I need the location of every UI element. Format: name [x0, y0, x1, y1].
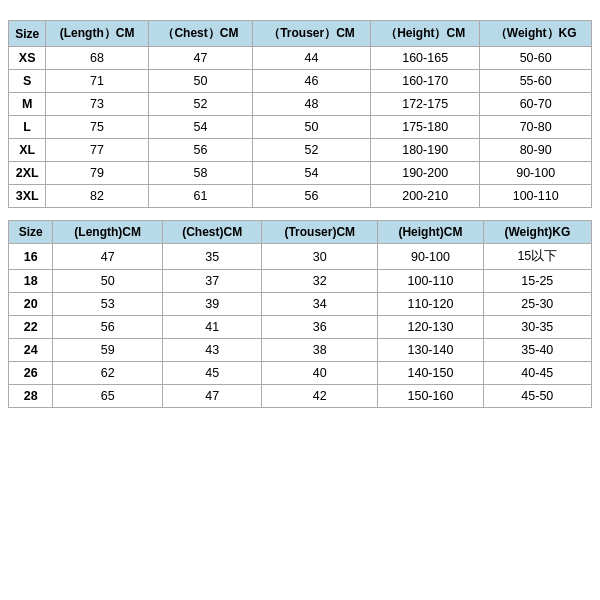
adult-header-cell: （Chest）CM	[148, 21, 252, 47]
adult-header-cell: Size	[9, 21, 46, 47]
table-cell: 130-140	[378, 339, 484, 362]
table-cell: 52	[148, 93, 252, 116]
adult-header-cell: （Height）CM	[370, 21, 479, 47]
children-header-cell: (Trouser)CM	[262, 221, 378, 244]
table-cell: 58	[148, 162, 252, 185]
table-cell: 35	[162, 244, 261, 270]
adult-table-header: Size(Length）CM（Chest）CM（Trouser）CM（Heigh…	[9, 21, 592, 47]
children-table-header: Size(Length)CM(Chest)CM(Trouser)CM(Heigh…	[9, 221, 592, 244]
table-row: XS684744160-16550-60	[9, 47, 592, 70]
table-row: M735248172-17560-70	[9, 93, 592, 116]
table-row: 3XL826156200-210100-110	[9, 185, 592, 208]
table-row: 18503732100-11015-25	[9, 270, 592, 293]
table-cell: 26	[9, 362, 53, 385]
children-header-cell: (Length)CM	[53, 221, 163, 244]
table-cell: 22	[9, 316, 53, 339]
table-cell: 44	[253, 47, 371, 70]
table-cell: 52	[253, 139, 371, 162]
table-cell: 65	[53, 385, 163, 408]
adult-size-title	[8, 10, 592, 20]
table-cell: 36	[262, 316, 378, 339]
table-cell: 45	[162, 362, 261, 385]
table-row: 1647353090-10015以下	[9, 244, 592, 270]
table-cell: 56	[148, 139, 252, 162]
table-cell: 42	[262, 385, 378, 408]
table-cell: L	[9, 116, 46, 139]
table-row: 22564136120-13030-35	[9, 316, 592, 339]
children-size-title	[8, 210, 592, 220]
table-cell: 41	[162, 316, 261, 339]
table-cell: 56	[53, 316, 163, 339]
table-cell: 46	[253, 70, 371, 93]
table-cell: 160-165	[370, 47, 479, 70]
table-cell: 50	[53, 270, 163, 293]
table-cell: 77	[46, 139, 148, 162]
adult-header-cell: （Weight）KG	[480, 21, 592, 47]
table-cell: 80-90	[480, 139, 592, 162]
table-cell: 32	[262, 270, 378, 293]
table-cell: 180-190	[370, 139, 479, 162]
table-row: L755450175-18070-80	[9, 116, 592, 139]
table-cell: 18	[9, 270, 53, 293]
table-cell: 55-60	[480, 70, 592, 93]
table-cell: 47	[53, 244, 163, 270]
table-cell: 20	[9, 293, 53, 316]
table-cell: 190-200	[370, 162, 479, 185]
table-cell: 68	[46, 47, 148, 70]
table-cell: 150-160	[378, 385, 484, 408]
table-cell: 73	[46, 93, 148, 116]
table-cell: 47	[162, 385, 261, 408]
table-cell: 34	[262, 293, 378, 316]
table-cell: 59	[53, 339, 163, 362]
table-cell: XS	[9, 47, 46, 70]
table-row: 26624540140-15040-45	[9, 362, 592, 385]
adult-header-cell: （Trouser）CM	[253, 21, 371, 47]
table-cell: 16	[9, 244, 53, 270]
table-cell: 3XL	[9, 185, 46, 208]
table-cell: 172-175	[370, 93, 479, 116]
table-cell: 120-130	[378, 316, 484, 339]
table-row: XL775652180-19080-90	[9, 139, 592, 162]
table-cell: 45-50	[483, 385, 591, 408]
table-cell: 61	[148, 185, 252, 208]
adult-table-body: XS684744160-16550-60S715046160-17055-60M…	[9, 47, 592, 208]
table-cell: M	[9, 93, 46, 116]
table-cell: 54	[148, 116, 252, 139]
children-header-cell: (Chest)CM	[162, 221, 261, 244]
children-header-cell: (Weight)KG	[483, 221, 591, 244]
table-cell: 39	[162, 293, 261, 316]
table-cell: 90-100	[378, 244, 484, 270]
table-cell: 25-30	[483, 293, 591, 316]
table-row: 24594338130-14035-40	[9, 339, 592, 362]
table-cell: 30-35	[483, 316, 591, 339]
children-header-cell: (Height)CM	[378, 221, 484, 244]
table-cell: 100-110	[378, 270, 484, 293]
children-size-table: Size(Length)CM(Chest)CM(Trouser)CM(Heigh…	[8, 220, 592, 408]
table-cell: 15-25	[483, 270, 591, 293]
table-cell: 53	[53, 293, 163, 316]
table-cell: 24	[9, 339, 53, 362]
table-cell: 60-70	[480, 93, 592, 116]
table-cell: 70-80	[480, 116, 592, 139]
table-cell: 90-100	[480, 162, 592, 185]
table-cell: 54	[253, 162, 371, 185]
table-cell: 28	[9, 385, 53, 408]
table-cell: 50-60	[480, 47, 592, 70]
table-cell: 40-45	[483, 362, 591, 385]
table-cell: 100-110	[480, 185, 592, 208]
table-cell: 75	[46, 116, 148, 139]
table-cell: 79	[46, 162, 148, 185]
table-cell: 62	[53, 362, 163, 385]
table-cell: 160-170	[370, 70, 479, 93]
table-cell: 140-150	[378, 362, 484, 385]
table-cell: S	[9, 70, 46, 93]
table-cell: 38	[262, 339, 378, 362]
table-cell: 35-40	[483, 339, 591, 362]
table-cell: 43	[162, 339, 261, 362]
table-cell: 47	[148, 47, 252, 70]
table-cell: 175-180	[370, 116, 479, 139]
table-row: 2XL795854190-20090-100	[9, 162, 592, 185]
table-cell: 40	[262, 362, 378, 385]
table-cell: 71	[46, 70, 148, 93]
table-cell: 48	[253, 93, 371, 116]
